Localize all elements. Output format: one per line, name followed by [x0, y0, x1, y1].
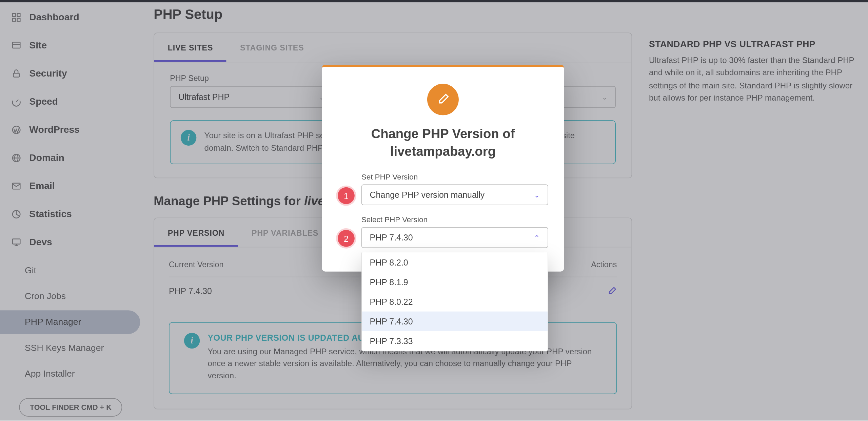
set-php-version-field: 1 Set PHP Version Change PHP version man… [338, 173, 548, 205]
info-sidebar-title: STANDARD PHP VS ULTRAFAST PHP [649, 39, 855, 49]
select-php-version-label: Select PHP Version [361, 215, 548, 224]
globe-icon [10, 152, 23, 164]
modal-title: Change PHP Version of livetampabay.org [339, 125, 547, 160]
php-version-dropdown: PHP 8.2.0 PHP 8.1.9 PHP 8.0.22 PHP 7.4.3… [361, 252, 548, 351]
svg-rect-13 [13, 239, 20, 244]
dropdown-option[interactable]: PHP 8.0.22 [362, 292, 548, 312]
step-badge-2: 2 [338, 230, 355, 247]
modal-title-prefix: Change PHP Version of [371, 127, 515, 141]
sidebar-item-label: Security [29, 68, 67, 79]
tab-php-variables[interactable]: PHP VARIABLES [238, 218, 332, 247]
sidebar-item-label: Statistics [29, 209, 72, 220]
set-php-version-value: Change PHP version manually [370, 190, 485, 199]
chevron-up-icon: ⌃ [534, 234, 540, 241]
sidebar-item-devs[interactable]: Devs [0, 231, 143, 254]
email-icon [10, 180, 23, 192]
svg-rect-0 [13, 14, 16, 17]
sidebar-sub-git[interactable]: Git [0, 259, 140, 282]
info-sidebar: STANDARD PHP VS ULTRAFAST PHP Ultrafast … [649, 33, 855, 409]
sidebar-item-statistics[interactable]: Statistics [0, 203, 143, 226]
statistics-icon [10, 208, 23, 220]
sidebar-sub-label: SSH Keys Manager [25, 343, 104, 353]
sidebar-item-dashboard[interactable]: Dashboard [0, 6, 143, 29]
sidebar-item-speed[interactable]: Speed [0, 90, 143, 114]
dropdown-option[interactable]: PHP 8.1.9 [362, 272, 548, 292]
svg-rect-1 [17, 14, 20, 17]
sidebar-item-site[interactable]: Site [0, 34, 143, 58]
select-php-version-value: PHP 7.4.30 [370, 233, 413, 242]
sidebar-sub-label: Git [25, 266, 36, 275]
dropdown-option[interactable]: PHP 8.2.0 [362, 252, 548, 272]
wordpress-icon [10, 124, 23, 136]
sidebar-item-label: Devs [29, 237, 52, 248]
dropdown-option[interactable]: PHP 7.3.33 [362, 331, 548, 351]
change-php-version-modal: Change PHP Version of livetampabay.org 1… [322, 65, 564, 272]
sidebar-sub-label: PHP Manager [25, 317, 81, 327]
tab-staging-sites[interactable]: STAGING SITES [226, 33, 317, 62]
step-badge-1: 1 [338, 187, 355, 204]
sidebar-item-domain[interactable]: Domain [0, 146, 143, 170]
sidebar-sub-label: Cron Jobs [25, 291, 66, 301]
sidebar-sub-appinstaller[interactable]: App Installer [0, 362, 140, 386]
sidebar-sub-label: App Installer [25, 369, 75, 378]
current-version-value: PHP 7.4.30 [169, 286, 212, 296]
chevron-down-icon: ⌄ [534, 191, 540, 199]
php-setup-select[interactable]: Ultrafast PHP ⌄ [170, 86, 333, 108]
sidebar-item-label: Dashboard [29, 12, 79, 23]
info-icon: i [181, 130, 196, 145]
modal-title-domain: livetampabay.org [390, 144, 496, 159]
tab-php-version[interactable]: PHP VERSION [154, 218, 238, 247]
sidebar-item-email[interactable]: Email [0, 174, 143, 198]
info-icon: i [184, 333, 200, 348]
pencil-icon [427, 84, 459, 115]
php-setup-value: Ultrafast PHP [178, 92, 230, 102]
col-actions: Actions [591, 259, 617, 269]
manage-title-prefix: Manage PHP Settings for [154, 194, 304, 208]
info-sidebar-text: Ultrafast PHP is up to 30% faster than t… [649, 54, 855, 104]
sidebar-item-security[interactable]: Security [0, 62, 143, 86]
svg-rect-3 [17, 18, 20, 21]
devs-icon [10, 236, 23, 249]
page-title: PHP Setup [154, 7, 855, 22]
speed-icon [10, 96, 23, 108]
set-php-version-select[interactable]: Change PHP version manually ⌄ [361, 185, 548, 205]
chevron-down-icon: ⌄ [602, 93, 608, 101]
dashboard-icon [10, 11, 23, 24]
svg-rect-6 [13, 73, 19, 77]
sidebar-item-label: Domain [29, 152, 64, 164]
tab-live-sites[interactable]: LIVE SITES [154, 33, 226, 62]
sidebar: Dashboard Site Security Speed WordPress … [0, 2, 143, 421]
sidebar-sub-sshkeys[interactable]: SSH Keys Manager [0, 336, 140, 360]
site-tabs: LIVE SITES STAGING SITES [154, 33, 632, 62]
edit-icon[interactable] [607, 286, 617, 296]
sidebar-item-wordpress[interactable]: WordPress [0, 118, 143, 142]
lock-icon [10, 67, 23, 80]
col-current-version: Current Version [169, 259, 223, 269]
sidebar-item-label: WordPress [29, 124, 79, 135]
svg-rect-2 [13, 18, 16, 21]
dropdown-option-selected[interactable]: PHP 7.4.30 [362, 312, 548, 331]
tool-finder-label: TOOL FINDER CMD + K [30, 403, 112, 412]
sidebar-item-label: Speed [29, 96, 58, 107]
sidebar-sub-cronjobs[interactable]: Cron Jobs [0, 285, 140, 308]
svg-rect-4 [13, 42, 20, 48]
set-php-version-label: Set PHP Version [361, 173, 548, 181]
tool-finder-button[interactable]: TOOL FINDER CMD + K [19, 398, 122, 417]
site-icon [10, 39, 23, 52]
sidebar-sub-phpmanager[interactable]: PHP Manager [0, 310, 140, 334]
sidebar-item-label: Site [29, 40, 47, 51]
select-php-version-select[interactable]: PHP 7.4.30 ⌃ [361, 227, 548, 248]
sidebar-item-label: Email [29, 181, 55, 192]
select-php-version-field: 2 Select PHP Version PHP 7.4.30 ⌃ PHP 8.… [338, 215, 548, 248]
